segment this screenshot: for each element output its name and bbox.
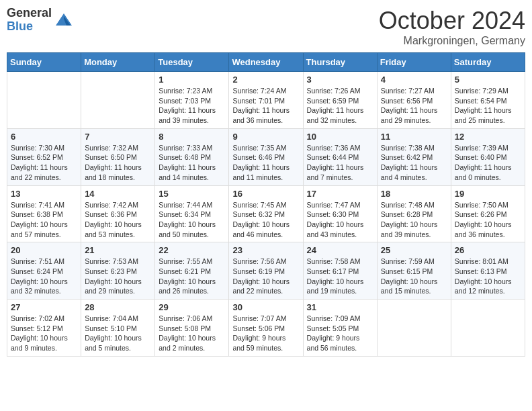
day-number: 3: [307, 75, 373, 85]
sunset-text: Sunset: 5:06 PM: [232, 324, 285, 332]
sunset-text: Sunset: 6:32 PM: [232, 210, 285, 218]
calendar-cell: 15Sunrise: 7:44 AMSunset: 6:34 PMDayligh…: [155, 185, 229, 242]
day-info: Sunrise: 7:36 AMSunset: 6:44 PMDaylight:…: [307, 143, 373, 183]
day-info: Sunrise: 7:44 AMSunset: 6:34 PMDaylight:…: [159, 200, 225, 240]
sunset-text: Sunset: 5:05 PM: [307, 324, 359, 332]
sunset-text: Sunset: 6:15 PM: [381, 267, 433, 275]
day-number: 31: [307, 302, 373, 312]
sunset-text: Sunset: 6:56 PM: [381, 97, 433, 105]
day-number: 24: [307, 245, 373, 255]
day-info: Sunrise: 7:09 AMSunset: 5:05 PMDaylight:…: [307, 314, 373, 353]
sunrise-text: Sunrise: 7:56 AM: [232, 257, 286, 265]
sunrise-text: Sunrise: 7:45 AM: [232, 201, 286, 209]
day-info: Sunrise: 7:35 AMSunset: 6:46 PMDaylight:…: [232, 143, 299, 183]
week-row-1: 6Sunrise: 7:30 AMSunset: 6:52 PMDaylight…: [7, 128, 525, 185]
day-info: Sunrise: 7:48 AMSunset: 6:28 PMDaylight:…: [381, 200, 447, 240]
day-number: 22: [159, 245, 225, 255]
daylight-text: Daylight: 10 hours and 57 minutes.: [11, 220, 68, 238]
daylight-text: Daylight: 9 hours and 59 minutes.: [232, 334, 285, 352]
sunrise-text: Sunrise: 7:02 AM: [11, 314, 64, 322]
day-number: 21: [85, 245, 151, 255]
day-info: Sunrise: 7:24 AMSunset: 7:01 PMDaylight:…: [232, 86, 299, 126]
calendar-cell: 7Sunrise: 7:32 AMSunset: 6:50 PMDaylight…: [81, 128, 155, 185]
calendar-cell: 25Sunrise: 7:59 AMSunset: 6:15 PMDayligh…: [377, 242, 451, 300]
sunset-text: Sunset: 7:01 PM: [232, 97, 285, 105]
daylight-text: Daylight: 10 hours and 9 minutes.: [11, 334, 68, 352]
sunrise-text: Sunrise: 7:44 AM: [159, 201, 212, 209]
day-number: 28: [85, 302, 151, 312]
sunset-text: Sunset: 6:50 PM: [85, 153, 137, 161]
week-row-3: 20Sunrise: 7:51 AMSunset: 6:24 PMDayligh…: [7, 242, 525, 300]
day-number: 7: [85, 132, 151, 142]
sunset-text: Sunset: 6:40 PM: [455, 153, 507, 161]
day-number: 4: [381, 75, 447, 85]
logo: General Blue: [7, 7, 73, 34]
day-number: 23: [232, 245, 299, 255]
calendar-cell: 27Sunrise: 7:02 AMSunset: 5:12 PMDayligh…: [7, 300, 81, 357]
day-info: Sunrise: 7:06 AMSunset: 5:08 PMDaylight:…: [159, 314, 225, 353]
daylight-text: Daylight: 10 hours and 15 minutes.: [381, 277, 438, 295]
header-friday: Friday: [377, 53, 451, 72]
calendar-cell: 23Sunrise: 7:56 AMSunset: 6:19 PMDayligh…: [229, 242, 303, 300]
location-title: Markgroningen, Germany: [379, 35, 525, 47]
sunrise-text: Sunrise: 7:51 AM: [11, 257, 64, 265]
calendar-cell: 14Sunrise: 7:42 AMSunset: 6:36 PMDayligh…: [81, 185, 155, 242]
day-info: Sunrise: 7:30 AMSunset: 6:52 PMDaylight:…: [11, 143, 77, 183]
header-wednesday: Wednesday: [229, 53, 303, 72]
sunset-text: Sunset: 6:28 PM: [381, 210, 433, 218]
calendar-cell: 6Sunrise: 7:30 AMSunset: 6:52 PMDaylight…: [7, 128, 81, 185]
calendar-cell: 21Sunrise: 7:53 AMSunset: 6:23 PMDayligh…: [81, 242, 155, 300]
day-number: 26: [455, 245, 521, 255]
day-number: 25: [381, 245, 447, 255]
day-number: 1: [159, 75, 225, 85]
daylight-text: Daylight: 10 hours and 46 minutes.: [232, 220, 290, 238]
sunrise-text: Sunrise: 7:41 AM: [11, 201, 64, 209]
day-info: Sunrise: 7:38 AMSunset: 6:42 PMDaylight:…: [381, 143, 447, 183]
sunrise-text: Sunrise: 7:38 AM: [381, 144, 435, 152]
daylight-text: Daylight: 10 hours and 12 minutes.: [455, 277, 512, 295]
sunrise-text: Sunrise: 7:39 AM: [455, 144, 508, 152]
daylight-text: Daylight: 11 hours and 32 minutes.: [307, 106, 364, 124]
sunset-text: Sunset: 5:10 PM: [85, 324, 137, 332]
sunrise-text: Sunrise: 7:07 AM: [232, 314, 286, 322]
day-info: Sunrise: 8:01 AMSunset: 6:13 PMDaylight:…: [455, 257, 521, 296]
day-info: Sunrise: 7:59 AMSunset: 6:15 PMDaylight:…: [381, 257, 447, 296]
header-row: SundayMondayTuesdayWednesdayThursdayFrid…: [7, 53, 525, 72]
daylight-text: Daylight: 10 hours and 5 minutes.: [85, 334, 142, 352]
day-number: 15: [159, 189, 225, 199]
sunrise-text: Sunrise: 7:42 AM: [85, 201, 138, 209]
day-number: 6: [11, 132, 77, 142]
daylight-text: Daylight: 10 hours and 50 minutes.: [159, 220, 216, 238]
sunrise-text: Sunrise: 7:04 AM: [85, 314, 138, 322]
calendar-cell: 30Sunrise: 7:07 AMSunset: 5:06 PMDayligh…: [229, 300, 303, 357]
day-number: 12: [455, 132, 521, 142]
sunrise-text: Sunrise: 7:36 AM: [307, 144, 361, 152]
calendar-cell: [377, 300, 451, 357]
day-info: Sunrise: 7:42 AMSunset: 6:36 PMDaylight:…: [85, 200, 151, 240]
day-info: Sunrise: 7:58 AMSunset: 6:17 PMDaylight:…: [307, 257, 373, 296]
day-number: 14: [85, 189, 151, 199]
day-info: Sunrise: 7:53 AMSunset: 6:23 PMDaylight:…: [85, 257, 151, 296]
calendar-cell: 13Sunrise: 7:41 AMSunset: 6:38 PMDayligh…: [7, 185, 81, 242]
sunrise-text: Sunrise: 7:29 AM: [455, 87, 508, 95]
day-info: Sunrise: 7:32 AMSunset: 6:50 PMDaylight:…: [85, 143, 151, 183]
calendar-cell: 19Sunrise: 7:50 AMSunset: 6:26 PMDayligh…: [451, 185, 525, 242]
sunset-text: Sunset: 6:17 PM: [307, 267, 359, 275]
sunset-text: Sunset: 6:30 PM: [307, 210, 359, 218]
sunset-text: Sunset: 5:08 PM: [159, 324, 211, 332]
sunset-text: Sunset: 6:38 PM: [11, 210, 63, 218]
day-number: 10: [307, 132, 373, 142]
daylight-text: Daylight: 10 hours and 53 minutes.: [85, 220, 142, 238]
calendar-cell: 22Sunrise: 7:55 AMSunset: 6:21 PMDayligh…: [155, 242, 229, 300]
day-number: 5: [455, 75, 521, 85]
sunset-text: Sunset: 7:03 PM: [159, 97, 211, 105]
sunrise-text: Sunrise: 8:01 AM: [455, 257, 508, 265]
header-tuesday: Tuesday: [155, 53, 229, 72]
daylight-text: Daylight: 11 hours and 14 minutes.: [159, 163, 216, 181]
sunrise-text: Sunrise: 7:06 AM: [159, 314, 212, 322]
daylight-text: Daylight: 11 hours and 11 minutes.: [232, 163, 290, 181]
daylight-text: Daylight: 10 hours and 29 minutes.: [85, 277, 142, 295]
week-row-4: 27Sunrise: 7:02 AMSunset: 5:12 PMDayligh…: [7, 300, 525, 357]
sunrise-text: Sunrise: 7:26 AM: [307, 87, 361, 95]
sunset-text: Sunset: 6:26 PM: [455, 210, 507, 218]
